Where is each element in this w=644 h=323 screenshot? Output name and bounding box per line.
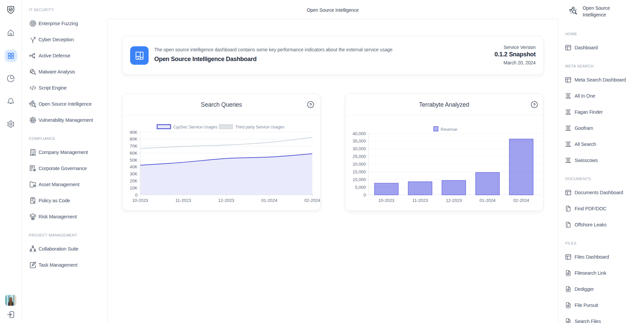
svg-text:70K: 70K [130,144,138,149]
svg-text:15,000: 15,000 [353,169,366,174]
svg-text:5,000: 5,000 [355,185,366,190]
svg-text:Search Queries: Search Queries [201,101,242,108]
svg-text:25,000: 25,000 [353,154,366,159]
svg-text:20K: 20K [130,178,138,183]
svg-text:10,000: 10,000 [353,177,366,182]
svg-text:90K: 90K [130,130,138,135]
svg-text:50K: 50K [130,158,138,163]
svg-text:60K: 60K [130,151,138,156]
svg-text:11-2023: 11-2023 [412,198,428,203]
svg-text:40,000: 40,000 [353,131,366,136]
svg-text:Third party Service Usages: Third party Service Usages [235,125,284,129]
svg-text:30,000: 30,000 [353,146,366,151]
svg-text:35,000: 35,000 [353,139,366,144]
svg-text:30K: 30K [130,171,138,176]
svg-text:02-2024: 02-2024 [513,198,529,203]
svg-text:0: 0 [364,193,366,198]
svg-text:10-2023: 10-2023 [132,198,148,203]
svg-text:10-2023: 10-2023 [378,198,394,203]
svg-text:12-2023: 12-2023 [446,198,462,203]
svg-text:40K: 40K [130,164,138,169]
svg-text:01-2024: 01-2024 [480,198,496,203]
svg-text:10K: 10K [130,185,138,191]
svg-text:02-2024: 02-2024 [304,198,320,203]
svg-text:80K: 80K [130,137,138,142]
svg-text:CypSec Service Usages: CypSec Service Usages [173,125,218,129]
svg-text:12-2023: 12-2023 [218,198,234,203]
svg-text:20,000: 20,000 [353,162,366,167]
svg-text:01-2024: 01-2024 [261,198,277,203]
svg-text:11-2023: 11-2023 [175,198,191,203]
svg-text:Terrabyte Analyzed: Terrabyte Analyzed [419,101,469,108]
svg-text:Revenue: Revenue [441,127,458,132]
svg-text:?: ? [533,102,536,107]
svg-text:?: ? [309,102,312,107]
svg-text:0: 0 [135,193,138,198]
